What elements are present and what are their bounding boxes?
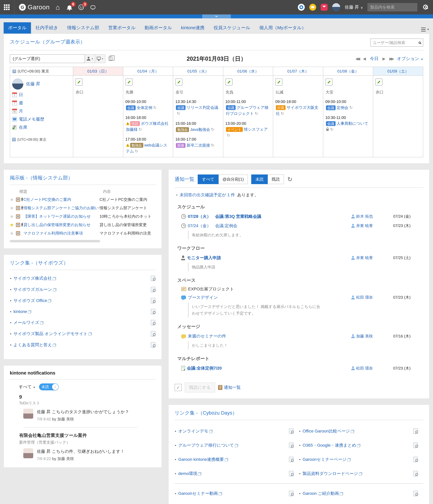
star-icon[interactable] — [10, 231, 14, 236]
add-event-button[interactable] — [125, 78, 133, 86]
select-all-checkbox[interactable] — [174, 384, 182, 391]
external-link[interactable]: グループウェア移行について — [178, 442, 234, 448]
preview-magnifier-icon[interactable] — [151, 276, 155, 281]
filter-mention-button[interactable]: @自分宛(1) — [219, 174, 248, 184]
user-name-link[interactable]: 佐藤 昇 — [26, 81, 40, 87]
external-link[interactable]: メールワイズ — [13, 320, 39, 325]
kintone-filter-dropdown[interactable]: すべて — [19, 384, 35, 390]
preview-magnifier-icon[interactable] — [413, 491, 418, 496]
notifications-bell-button[interactable]: 6 — [66, 4, 73, 11]
preview-magnifier-icon[interactable] — [151, 331, 155, 336]
preview-magnifier-icon[interactable] — [413, 457, 418, 462]
tab-info-systems[interactable]: 情報システム部 — [63, 22, 104, 34]
member-select-button[interactable] — [85, 54, 95, 63]
tab-sales-portal[interactable]: 営業ポータル — [104, 22, 140, 34]
person-link[interactable]: 井東 暁誉 — [356, 255, 373, 261]
filter-all-button[interactable]: すべて — [198, 174, 219, 184]
portal-list-menu[interactable] — [421, 27, 429, 34]
preview-magnifier-icon[interactable] — [289, 491, 294, 496]
garoon-logo[interactable]: G Garoon — [19, 4, 50, 11]
board-topic-link[interactable]: マクロファイル利用時の注意事項 — [24, 231, 100, 236]
external-link[interactable]: 製品資料ダウンロードページ — [303, 471, 358, 477]
date-link[interactable]: 01/03（日） — [87, 69, 109, 73]
home-icon[interactable] — [54, 4, 61, 11]
date-link[interactable]: 01/05（火） — [187, 69, 209, 73]
app-icon-blue[interactable] — [298, 4, 305, 11]
last-week-button[interactable] — [390, 56, 393, 61]
person-link[interactable]: 松田 環奈 — [356, 366, 373, 371]
external-link[interactable]: サイボウズガルーン — [13, 287, 52, 292]
notification-link[interactable]: モニター購入申請 — [187, 255, 351, 261]
avatar[interactable] — [12, 78, 23, 90]
presence-link[interactable]: 在席 — [12, 125, 71, 130]
star-icon[interactable] — [10, 197, 14, 202]
add-event-button[interactable] — [275, 78, 283, 86]
schedule-portlet-title[interactable]: スケジュール（グループ週表示） — [10, 38, 85, 45]
event-link[interactable]: 人事異動について — [337, 121, 368, 126]
horizontal-scrollbar[interactable] — [10, 240, 156, 242]
event-link[interactable]: 新卒二次面接 — [187, 143, 210, 147]
external-link[interactable]: サイボウズ株式会社 — [13, 276, 52, 281]
collapse-portal-button[interactable] — [202, 14, 231, 18]
add-event-button[interactable] — [375, 78, 382, 86]
date-link[interactable]: 01/08（金） — [337, 69, 359, 73]
links-days-title[interactable]: リンク集 -（Cybozu Days） — [174, 410, 237, 416]
filter-unread-button[interactable]: 未読 — [251, 174, 268, 184]
person-link[interactable]: 井東 暁誉 — [356, 223, 373, 228]
person-link[interactable]: 加藤 美咲 — [356, 333, 373, 339]
board-topic-link[interactable]: C社ノートPC交換のご案内 — [24, 197, 100, 202]
external-link[interactable]: Garoon kintone連携概要 — [178, 457, 224, 462]
external-link[interactable]: サイボウズ Office — [13, 298, 47, 304]
preview-magnifier-icon[interactable] — [151, 298, 155, 303]
bulletin-board-title[interactable]: 掲示板 -（情報システム部） — [10, 175, 73, 180]
notification-link[interactable]: 07/28（火） 会議:第3Q 営業戦略会議 — [188, 214, 351, 219]
star-icon[interactable] — [10, 214, 14, 219]
today-button[interactable]: 今日 — [370, 56, 379, 62]
attendance-alert-link[interactable]: 未回答の出欠確認予定が 1 件 — [180, 192, 235, 198]
external-link[interactable]: demo環境 — [178, 471, 197, 477]
preview-magnifier-icon[interactable] — [413, 428, 418, 434]
board-topic-link[interactable]: 情報システム部アンケートご協力のお願い — [24, 205, 100, 211]
app-launcher-icon[interactable] — [4, 4, 10, 10]
options-menu[interactable]: オプション — [397, 56, 423, 62]
view-day-link[interactable]: 1 日 — [12, 92, 71, 98]
view-month-link[interactable]: 31 月 — [12, 108, 71, 114]
preview-magnifier-icon[interactable] — [413, 471, 418, 476]
external-link[interactable]: よくある質問と答え — [13, 342, 52, 348]
links-cybozu-title[interactable]: リンク集 -（サイボウズ） — [10, 260, 68, 266]
board-topic-link[interactable]: 【障害】ネットワーク遅延のお知らせ — [24, 214, 100, 219]
user-avatar[interactable] — [332, 3, 340, 11]
search-icon[interactable] — [419, 42, 421, 44]
external-link[interactable]: kintone — [13, 309, 27, 314]
external-link[interactable]: サイボウズ製品 オンラインデモサイト — [13, 331, 88, 337]
user-facility-search-input[interactable] — [373, 40, 417, 45]
external-link[interactable]: O365・Google・連携まとめ — [303, 442, 356, 448]
preview-magnifier-icon[interactable] — [289, 428, 294, 434]
kintone-notification[interactable]: 佐藤 昇 こちらのタスク進捗いかがでしょうか？ 7/9 9:42 by 加藤 美… — [23, 409, 156, 422]
product-search-input[interactable] — [370, 5, 423, 10]
record-number[interactable]: 9 — [19, 394, 156, 400]
tab-internal-procedures[interactable]: 社内手続き — [31, 22, 63, 34]
person-link[interactable]: 松田 環奈 — [356, 295, 373, 300]
date-link[interactable]: 01/07（木） — [287, 69, 309, 73]
preview-magnifier-icon[interactable] — [151, 342, 155, 348]
notifications-title[interactable]: 通知一覧 — [174, 176, 194, 183]
add-event-button[interactable] — [175, 78, 182, 86]
notification-link[interactable]: 来週のセミナーの件 — [188, 333, 351, 339]
notification-link[interactable]: ブースデザイン — [188, 295, 351, 300]
external-link[interactable]: Garoonセミナーページ — [303, 457, 346, 462]
preview-magnifier-icon[interactable] — [151, 287, 155, 292]
facility-select-button[interactable] — [95, 54, 105, 63]
star-icon[interactable] — [10, 205, 14, 211]
app-icon-cybozu[interactable] — [309, 4, 316, 11]
phone-memo-history-link[interactable]: 電話メモ履歴 — [12, 116, 71, 122]
settings-gear-icon[interactable] — [422, 4, 429, 11]
tab-video-portal[interactable]: 動画ポータル — [140, 22, 176, 34]
external-link[interactable]: Garoon ご紹介動画 — [303, 491, 339, 496]
tab-my-portal[interactable]: 個人用（Myポータル） — [255, 22, 311, 34]
tab-kintone[interactable]: kintone連携 — [176, 22, 209, 34]
filter-read-button[interactable]: 既読 — [268, 174, 284, 184]
reactions-button[interactable]: 3 — [78, 4, 85, 11]
kintone-record-title[interactable]: 有限会社亀山営業支援ツール案件 — [19, 432, 156, 439]
preview-magnifier-icon[interactable] — [151, 309, 155, 314]
